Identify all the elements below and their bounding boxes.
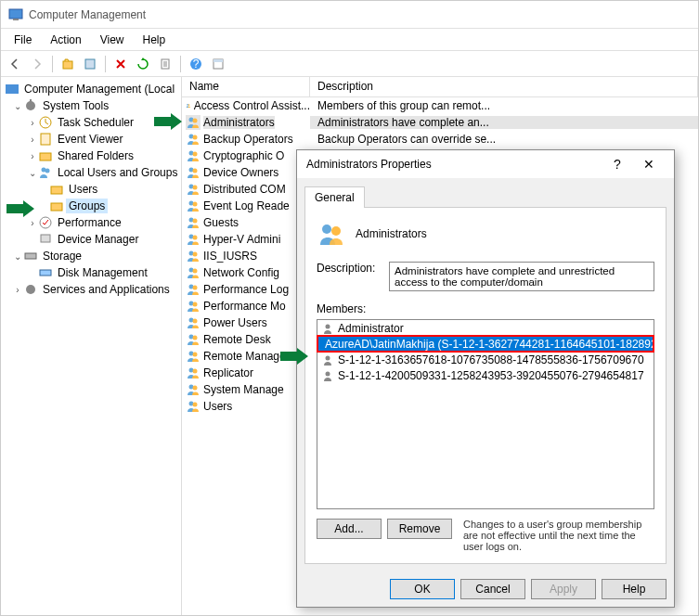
- cancel-button[interactable]: Cancel: [460, 579, 525, 599]
- list-item[interactable]: Backup OperatorsBackup Operators can ove…: [182, 131, 698, 148]
- tree-lusers[interactable]: ⌄Local Users and Groups: [1, 164, 181, 181]
- user-icon: [321, 369, 334, 382]
- svg-point-10: [26, 101, 35, 110]
- dialog-title: Administrators Properties: [306, 158, 602, 171]
- export-button[interactable]: [155, 54, 175, 74]
- tree-root[interactable]: Computer Management (Local: [1, 81, 181, 97]
- tree-storage[interactable]: ⌄Storage: [1, 248, 181, 264]
- menu-action[interactable]: Action: [41, 32, 90, 48]
- tree-sharedf[interactable]: ›Shared Folders: [1, 148, 181, 164]
- col-desc[interactable]: Description: [310, 77, 698, 96]
- svg-point-29: [193, 135, 198, 140]
- svg-point-51: [193, 319, 198, 324]
- svg-rect-20: [41, 235, 50, 242]
- group-icon: [186, 199, 201, 213]
- tree-devmgr[interactable]: Device Manager: [1, 231, 181, 248]
- highlight-arrow-icon: [154, 113, 182, 130]
- help-button[interactable]: ?: [186, 54, 206, 74]
- group-icon: [186, 249, 201, 263]
- dialog-help-button[interactable]: ?: [602, 157, 633, 172]
- svg-point-16: [45, 169, 50, 173]
- svg-point-45: [193, 269, 198, 274]
- dialog-titlebar: Administrators Properties ? ✕: [297, 150, 674, 178]
- tree-evtviewer[interactable]: ›Event Viewer: [1, 131, 181, 148]
- group-icon: [186, 399, 201, 414]
- view-button[interactable]: [208, 54, 228, 74]
- svg-point-25: [188, 105, 190, 107]
- list-item[interactable]: Access Control Assist...Members of this …: [182, 97, 698, 114]
- ok-button[interactable]: OK: [390, 579, 455, 599]
- group-icon: [186, 282, 201, 297]
- desc-field[interactable]: Administrators have complete and unrestr…: [389, 262, 654, 291]
- refresh-button[interactable]: [133, 54, 153, 74]
- member-row[interactable]: S-1-12-1-4200509331-1258243953-392045507…: [317, 367, 654, 383]
- svg-point-33: [193, 169, 198, 173]
- svg-point-49: [193, 302, 198, 307]
- dialog-tabs: General: [297, 178, 674, 207]
- tree-services[interactable]: ›Services and Applications: [1, 281, 181, 298]
- menu-view[interactable]: View: [91, 32, 134, 48]
- tree-diskmgmt[interactable]: Disk Management: [1, 264, 181, 281]
- remove-button[interactable]: Remove: [387, 519, 452, 539]
- titlebar: Computer Management: [1, 1, 698, 29]
- membership-note: Changes to a user's group membership are…: [458, 519, 654, 552]
- apply-button[interactable]: Apply: [531, 579, 596, 599]
- tab-general[interactable]: General: [304, 186, 365, 208]
- svg-point-43: [193, 252, 198, 257]
- column-headers: Name Description: [182, 77, 698, 97]
- svg-point-27: [193, 119, 198, 123]
- properties-dialog: Administrators Properties ? ✕ General Ad…: [296, 149, 675, 608]
- svg-rect-18: [51, 203, 62, 211]
- svg-point-63: [331, 226, 341, 236]
- svg-point-31: [193, 152, 198, 157]
- svg-text:?: ?: [193, 58, 200, 71]
- group-icon: [186, 132, 201, 147]
- tree-systools[interactable]: ⌄System Tools: [1, 97, 181, 114]
- svg-rect-3: [85, 59, 95, 69]
- back-button[interactable]: [5, 54, 25, 74]
- svg-rect-1: [13, 19, 19, 20]
- svg-point-62: [322, 225, 331, 234]
- svg-point-37: [193, 202, 198, 207]
- menu-help[interactable]: Help: [134, 32, 175, 48]
- svg-point-55: [193, 353, 198, 357]
- list-item[interactable]: AdministratorsAdministrators have comple…: [182, 114, 698, 131]
- svg-rect-17: [51, 186, 62, 194]
- member-row[interactable]: AzureAD\JatinMakhija (S-1-12-1-362774428…: [317, 336, 654, 352]
- svg-point-53: [193, 336, 198, 340]
- col-name[interactable]: Name: [182, 77, 310, 96]
- group-icon: [186, 332, 201, 347]
- app-icon: [8, 7, 23, 22]
- member-row[interactable]: S-1-12-1-3163657618-1076735088-147855583…: [317, 352, 654, 367]
- group-icon: [186, 98, 191, 113]
- group-icon: [186, 366, 201, 380]
- group-icon: [186, 148, 201, 163]
- svg-point-67: [326, 371, 330, 376]
- svg-rect-8: [214, 59, 223, 62]
- dialog-close-button[interactable]: ✕: [633, 157, 665, 172]
- menu-file[interactable]: File: [5, 32, 41, 48]
- svg-rect-22: [40, 270, 51, 276]
- group-icon: [186, 232, 201, 247]
- up-button[interactable]: [58, 54, 78, 74]
- user-icon: [321, 353, 334, 366]
- add-button[interactable]: Add...: [317, 519, 382, 539]
- svg-point-61: [193, 403, 198, 407]
- svg-point-66: [326, 355, 330, 360]
- desc-label: Description:: [317, 262, 389, 291]
- members-list[interactable]: AdministratorAzureAD\JatinMakhija (S-1-1…: [317, 319, 654, 509]
- member-row[interactable]: Administrator: [317, 320, 654, 336]
- properties-button[interactable]: [80, 54, 100, 74]
- group-icon: [186, 165, 201, 180]
- dialog-help-button2[interactable]: Help: [602, 579, 667, 599]
- dialog-sheet: Administrators Description: Administrato…: [304, 207, 667, 564]
- svg-point-35: [193, 186, 198, 190]
- forward-button[interactable]: [27, 54, 47, 74]
- svg-rect-13: [41, 134, 50, 145]
- group-icon: [186, 349, 201, 364]
- delete-button[interactable]: [110, 54, 131, 74]
- group-icon: [186, 215, 201, 230]
- tree-users[interactable]: Users: [1, 181, 181, 198]
- user-icon: [321, 322, 334, 335]
- svg-rect-21: [25, 253, 36, 259]
